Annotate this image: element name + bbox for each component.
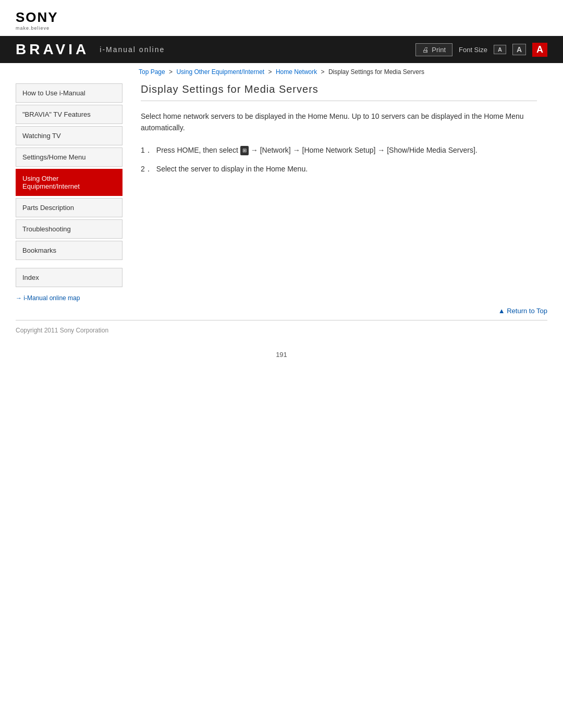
imanual-subtitle: i-Manual online	[100, 45, 165, 54]
step-2: 2． Select the server to display in the H…	[141, 163, 537, 175]
sidebar-item-bravia-features[interactable]: "BRAVIA" TV Features	[16, 105, 123, 124]
breadcrumb-top-page[interactable]: Top Page	[139, 68, 165, 76]
step-2-content: Select the server to display in the Home…	[156, 163, 537, 175]
font-small-button[interactable]: A	[494, 45, 506, 54]
sidebar-item-watching-tv[interactable]: Watching TV	[16, 126, 123, 145]
breadcrumb-current: Display Settings for Media Servers	[328, 68, 424, 76]
breadcrumb-using-other[interactable]: Using Other Equipment/Internet	[176, 68, 264, 76]
sidebar-item-bookmarks[interactable]: Bookmarks	[16, 241, 123, 260]
sony-logo: SONY make.believe	[16, 9, 547, 31]
bravia-bar: BRAVIA i-Manual online 🖨 Print Font Size…	[0, 36, 563, 63]
sidebar-item-troubleshooting[interactable]: Troubleshooting	[16, 219, 123, 239]
font-medium-button[interactable]: A	[512, 44, 526, 55]
network-icon: ⊞	[240, 146, 249, 155]
content-area: How to Use i-Manual "BRAVIA" TV Features…	[0, 78, 563, 302]
return-top-link[interactable]: Return to Top	[498, 307, 547, 315]
sidebar-item-using-other[interactable]: Using Other Equipment/Internet	[16, 169, 123, 196]
bravia-bar-right: 🖨 Print Font Size A A A	[415, 43, 547, 57]
breadcrumb-sep3: >	[321, 68, 325, 76]
sidebar-item-parts-desc[interactable]: Parts Description	[16, 198, 123, 217]
sidebar-item-settings-home[interactable]: Settings/Home Menu	[16, 147, 123, 167]
bravia-bar-left: BRAVIA i-Manual online	[16, 41, 165, 58]
sidebar-item-index[interactable]: Index	[16, 268, 123, 287]
footer-copyright: Copyright 2011 Sony Corporation	[0, 320, 563, 340]
sony-tagline: make.believe	[16, 26, 50, 31]
breadcrumb-sep1: >	[169, 68, 173, 76]
font-large-button[interactable]: A	[532, 43, 547, 57]
sidebar: How to Use i-Manual "BRAVIA" TV Features…	[16, 78, 130, 302]
print-button[interactable]: 🖨 Print	[415, 43, 452, 56]
step-1-content: Press HOME, then select ⊞ → [Network] → …	[156, 144, 537, 156]
return-top-bar: Return to Top	[0, 302, 563, 320]
breadcrumb: Top Page > Using Other Equipment/Interne…	[0, 63, 563, 78]
breadcrumb-home-network[interactable]: Home Network	[276, 68, 317, 76]
intro-text: Select home network servers to be displa…	[141, 110, 537, 134]
sidebar-item-how-to-use[interactable]: How to Use i-Manual	[16, 83, 123, 103]
font-size-label: Font Size	[459, 46, 487, 54]
logo-area: SONY make.believe	[0, 0, 563, 36]
main-content: Display Settings for Media Servers Selec…	[130, 78, 547, 302]
breadcrumb-sep2: >	[268, 68, 272, 76]
page-number: 191	[0, 340, 563, 364]
step-2-num: 2．	[141, 163, 152, 175]
print-label: Print	[432, 46, 446, 54]
page-title: Display Settings for Media Servers	[141, 83, 537, 101]
step-1: 1． Press HOME, then select ⊞ → [Network]…	[141, 144, 537, 156]
step-1-num: 1．	[141, 144, 152, 156]
bravia-logo: BRAVIA	[16, 41, 89, 58]
print-icon: 🖨	[422, 46, 429, 54]
sony-brand: SONY	[16, 9, 58, 26]
imanual-map-link[interactable]: i-Manual online map	[16, 294, 123, 302]
steps-list: 1． Press HOME, then select ⊞ → [Network]…	[141, 144, 537, 175]
